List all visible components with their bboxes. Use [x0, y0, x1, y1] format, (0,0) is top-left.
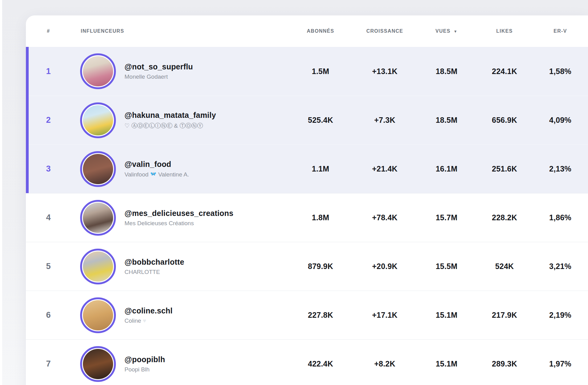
influencer-identity: @valin_food Valinfood Valentine A.: [125, 160, 189, 178]
influencer-cell: @hakuna_matata_family ♡ ⒶⒹⒺⓁⒾⓃⒺ & ⓉⓄⓃⓎ: [71, 102, 288, 138]
influencer-handle[interactable]: @bobbcharlotte: [125, 258, 184, 267]
avatar-photo: [83, 251, 113, 282]
influencer-handle[interactable]: @coline.schl: [125, 306, 173, 315]
croissance-value: +78.4K: [353, 213, 417, 222]
column-header-croissance[interactable]: CROISSANCE: [353, 15, 417, 47]
avatar[interactable]: [80, 53, 116, 89]
rank-number: 5: [26, 262, 71, 271]
abonnes-value: 879.9K: [288, 262, 353, 271]
avatar[interactable]: [80, 102, 116, 138]
avatar[interactable]: [80, 151, 116, 187]
likes-value: 251.6K: [476, 164, 533, 173]
rank-number: 4: [26, 213, 71, 222]
influencer-row[interactable]: 1 @not_so_superflu Monelle Godaert 1.5M …: [26, 47, 588, 96]
column-header-rank[interactable]: #: [26, 15, 71, 47]
influencer-handle[interactable]: @valin_food: [125, 160, 189, 169]
influencer-row[interactable]: 5 @bobbcharlotte CHARLOTTE 879.9K +20.9K…: [26, 242, 588, 291]
influencer-identity: @coline.schl Coline ♥: [125, 306, 173, 324]
likes-value: 656.9K: [476, 116, 533, 125]
table-body: 1 @not_so_superflu Monelle Godaert 1.5M …: [26, 47, 588, 385]
abonnes-value: 1.8M: [288, 213, 353, 222]
column-header-abonnes[interactable]: ABONNÉS: [288, 15, 353, 47]
likes-value: 524K: [476, 262, 533, 271]
avatar[interactable]: [80, 346, 116, 382]
influencer-display-name: Mes Delicieuses Créations: [125, 220, 233, 227]
rank-number: 6: [26, 310, 71, 320]
erv-value: 1,58%: [533, 67, 588, 76]
influencer-row[interactable]: 4 @mes_delicieuses_creations Mes Delicie…: [26, 193, 588, 242]
avatar[interactable]: [80, 200, 116, 236]
influencer-handle[interactable]: @mes_delicieuses_creations: [125, 209, 233, 218]
croissance-value: +17.1K: [353, 311, 417, 320]
croissance-value: +8.2K: [353, 359, 417, 368]
erv-value: 2,19%: [533, 311, 588, 320]
vues-value: 18.5M: [417, 67, 476, 76]
influencer-cell: @valin_food Valinfood Valentine A.: [71, 151, 288, 187]
column-header-likes[interactable]: LIKES: [476, 15, 533, 47]
influencer-row[interactable]: 6 @coline.schl Coline ♥ 227.8K +17.1K 15…: [26, 291, 588, 339]
influencer-cell: @poopiblh Poopi Blh: [71, 346, 288, 382]
likes-value: 289.3K: [476, 359, 533, 368]
abonnes-value: 422.4K: [288, 359, 353, 368]
influencer-handle[interactable]: @hakuna_matata_family: [125, 111, 216, 120]
influencer-identity: @bobbcharlotte CHARLOTTE: [125, 258, 184, 275]
butterfly-icon: [150, 171, 157, 177]
column-header-erv-label: ER-V: [553, 28, 567, 34]
influencer-row[interactable]: 3 @valin_food Valinfood Valentine A. 1.1…: [26, 144, 588, 193]
influencer-cell: @coline.schl Coline ♥: [71, 297, 288, 333]
abonnes-value: 1.5M: [288, 67, 353, 76]
abonnes-value: 525.4K: [288, 116, 353, 125]
column-header-vues-label: VUES: [435, 28, 451, 34]
sort-desc-icon: ▼: [454, 29, 458, 34]
avatar-photo: [83, 105, 113, 135]
influencer-display-name: Monelle Godaert: [125, 73, 193, 80]
erv-value: 3,21%: [533, 262, 588, 271]
page-background: { "table": { "columns": [ { "key": "rank…: [0, 0, 588, 385]
column-header-abonnes-label: ABONNÉS: [307, 28, 334, 34]
table-header: # INFLUENCEURS ABONNÉS CROISSANCE VUES ▼…: [26, 15, 588, 47]
likes-value: 228.2K: [476, 213, 533, 222]
avatar[interactable]: [80, 297, 116, 333]
influencer-handle[interactable]: @poopiblh: [125, 355, 165, 364]
abonnes-value: 227.8K: [288, 311, 353, 320]
influencer-display-name: CHARLOTTE: [125, 269, 184, 275]
influencer-identity: @hakuna_matata_family ♡ ⒶⒹⒺⓁⒾⓃⒺ & ⓉⓄⓃⓎ: [125, 111, 216, 130]
erv-value: 1,97%: [533, 359, 588, 368]
column-header-influencers[interactable]: INFLUENCEURS: [71, 15, 288, 47]
rank-number: 7: [26, 359, 71, 369]
rank-number: 2: [26, 115, 71, 125]
croissance-value: +21.4K: [353, 164, 417, 173]
influencer-display-name: Coline ♥: [125, 317, 173, 324]
column-header-likes-label: LIKES: [496, 28, 513, 34]
vues-value: 15.1M: [417, 311, 476, 320]
influencer-cell: @not_so_superflu Monelle Godaert: [71, 53, 288, 89]
abonnes-value: 1.1M: [288, 164, 353, 173]
influencer-identity: @not_so_superflu Monelle Godaert: [125, 62, 193, 80]
influencer-row[interactable]: 2 @hakuna_matata_family ♡ ⒶⒹⒺⓁⒾⓃⒺ & ⓉⓄⓃⓎ…: [26, 96, 588, 144]
vues-value: 15.1M: [417, 359, 476, 368]
influencer-cell: @mes_delicieuses_creations Mes Delicieus…: [71, 200, 288, 236]
influencer-display-name: Valinfood Valentine A.: [125, 171, 189, 178]
erv-value: 2,13%: [533, 164, 588, 173]
column-header-erv[interactable]: ER-V: [533, 15, 588, 47]
column-header-vues[interactable]: VUES ▼: [417, 15, 476, 47]
vues-value: 16.1M: [417, 164, 476, 173]
influencer-display-name: ♡ ⒶⒹⒺⓁⒾⓃⒺ & ⓉⓄⓃⓎ: [125, 122, 216, 130]
croissance-value: +7.3K: [353, 116, 417, 125]
avatar-photo: [83, 56, 113, 86]
influencer-identity: @mes_delicieuses_creations Mes Delicieus…: [125, 209, 233, 227]
avatar-photo: [83, 300, 113, 330]
avatar[interactable]: [80, 249, 116, 284]
influencer-handle[interactable]: @not_so_superflu: [125, 62, 193, 71]
rank-number: 1: [26, 67, 71, 76]
page-left-edge: [0, 0, 2, 385]
white-heart-icon: ♥: [143, 317, 146, 324]
influencer-identity: @poopiblh Poopi Blh: [125, 355, 165, 373]
croissance-value: +13.1K: [353, 67, 417, 76]
likes-value: 224.1K: [476, 67, 533, 76]
vues-value: 15.7M: [417, 213, 476, 222]
avatar-photo: [83, 203, 113, 233]
avatar-photo: [83, 349, 113, 379]
influencer-cell: @bobbcharlotte CHARLOTTE: [71, 249, 288, 284]
influencer-row[interactable]: 7 @poopiblh Poopi Blh 422.4K +8.2K 15.1M…: [26, 339, 588, 385]
